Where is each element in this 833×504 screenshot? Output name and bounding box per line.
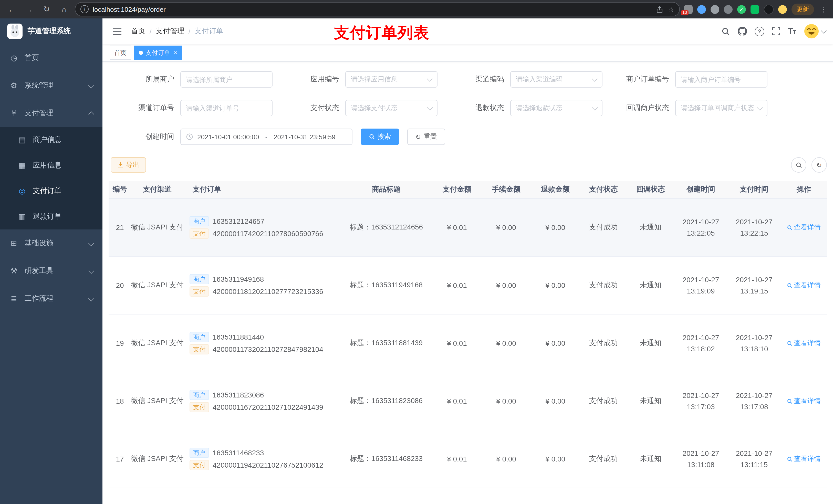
merchant-order-no-input[interactable]	[675, 71, 767, 88]
fee-amount	[481, 488, 531, 504]
extension-icon[interactable]	[778, 5, 787, 14]
extension-icon[interactable]	[711, 5, 719, 14]
pay-status: 支付成功	[580, 372, 627, 430]
goods-title: 标题：1635311468233	[340, 430, 432, 488]
refund-amount: ¥ 0.00	[531, 314, 580, 372]
pay-channel: 微信 JSAPI 支付	[131, 454, 184, 462]
pay-status-select[interactable]: 请选择支付状态	[345, 100, 437, 116]
extension-icon[interactable]	[724, 5, 733, 14]
pay-badge: 支付	[190, 286, 209, 296]
sidebar-item-system[interactable]: ⚙ 系统管理	[0, 72, 102, 99]
refund-status-select[interactable]: 请选择退款状态	[510, 100, 602, 116]
view-detail-link[interactable]: 查看详情	[787, 339, 821, 348]
sidebar-item-workflow[interactable]: ≣ 工作流程	[0, 285, 102, 312]
reset-button[interactable]: ↻ 重置	[407, 128, 445, 145]
create-time	[674, 488, 728, 504]
search-icon	[787, 224, 792, 230]
url-bar[interactable]: i localhost:1024/pay/order ☆	[75, 2, 680, 16]
search-icon	[787, 398, 792, 404]
back-icon[interactable]: ←	[5, 3, 19, 16]
sidebar-item-pay[interactable]: ￥ 支付管理	[0, 99, 102, 127]
sidebar-fold-icon[interactable]	[110, 27, 125, 35]
create-time-range-picker[interactable]: 2021-10-01 00:00:00 - 2021-10-31 23:59:5…	[180, 128, 353, 145]
merchant-select[interactable]	[180, 71, 272, 88]
col-id: 编号	[109, 181, 127, 198]
forward-icon[interactable]: →	[23, 3, 36, 16]
pay-amount: ¥ 0.01	[432, 430, 481, 488]
extension-icon[interactable]	[697, 5, 706, 14]
sidebar-item-dev-tools[interactable]: ⚒ 研发工具	[0, 257, 102, 285]
pay-amount: ¥ 0.01	[432, 314, 481, 372]
tab-pay-order[interactable]: 支付订单 ×	[134, 46, 182, 60]
callback-status-select[interactable]: 请选择订单回调商户状态	[675, 100, 767, 116]
merchant-order-no: 1635312124657	[213, 217, 264, 225]
extension-icon[interactable]	[751, 5, 759, 14]
chevron-down-icon	[821, 28, 827, 33]
chevron-down-icon	[427, 76, 433, 82]
notify-status: 未通知	[627, 372, 674, 430]
chevron-down-icon	[88, 240, 94, 246]
merchant-order-no: 1635311823086	[213, 391, 264, 399]
font-size-icon[interactable]: TT	[788, 27, 796, 35]
refresh-icon: ↻	[415, 133, 421, 141]
sidebar-item-home[interactable]: ◷ 首页	[0, 44, 102, 72]
orders-table: 编号 支付渠道 支付订单 商品标题 支付金额 手续金额 退款金额 支付状态 回调…	[109, 181, 827, 504]
pay-time: 2021-10-27 13:19:15	[728, 256, 781, 314]
browser-menu-icon[interactable]: ⋮	[819, 5, 828, 13]
pay-time: 2021-10-27 13:18:10	[728, 314, 781, 372]
pay-time: 2021-10-27 13:11:15	[728, 430, 781, 488]
sidebar-item-label: 基础设施	[25, 239, 53, 248]
notify-status: 未通知	[627, 314, 674, 372]
view-detail-link[interactable]: 查看详情	[787, 223, 821, 232]
document-icon: ▥	[18, 212, 27, 221]
reload-icon[interactable]: ↻	[40, 3, 53, 16]
share-icon[interactable]	[657, 6, 663, 13]
sidebar-item-app-info[interactable]: ▦ 应用信息	[0, 153, 102, 178]
notify-status	[627, 488, 674, 504]
site-info-icon[interactable]: i	[80, 5, 89, 13]
app-no-select[interactable]: 请选择应用信息	[345, 71, 437, 88]
sidebar-item-pay-order[interactable]: ◎ 支付订单	[0, 178, 102, 204]
channel-transaction-no: 4200001181202110277723215336	[213, 287, 323, 295]
logo-row: 芋道管理系统	[0, 19, 102, 44]
fee-amount: ¥ 0.00	[481, 256, 531, 314]
search-icon[interactable]	[721, 27, 730, 35]
pay-badge: 支付	[190, 229, 209, 239]
chevron-down-icon	[592, 104, 598, 111]
search-button[interactable]: 搜索	[361, 128, 399, 145]
active-dot	[139, 51, 143, 55]
toggle-search-button[interactable]	[791, 157, 806, 173]
sidebar-item-merchant-info[interactable]: ▤ 商户信息	[0, 127, 102, 153]
breadcrumb-home[interactable]: 首页	[131, 27, 145, 36]
channel-code-select[interactable]: 请输入渠道编码	[510, 71, 602, 88]
extension-icon[interactable]: ✓	[737, 5, 746, 14]
export-button[interactable]: 导出	[111, 157, 146, 173]
help-icon[interactable]: ?	[755, 26, 764, 36]
tab-home[interactable]: 首页	[110, 46, 131, 60]
refresh-table-button[interactable]: ↻	[811, 157, 827, 173]
merchant-badge: 商户	[190, 332, 209, 342]
bookmark-star-icon[interactable]: ☆	[668, 5, 674, 13]
fullscreen-icon[interactable]	[772, 27, 780, 35]
pay-order-cell: 商户 1635311468233 支付 42000011942021102767…	[188, 430, 340, 488]
channel-transaction-no: 4200001174202110278060590766	[213, 230, 323, 238]
home-icon[interactable]: ⌂	[57, 3, 71, 16]
refund-amount: ¥ 0.00	[531, 430, 580, 488]
breadcrumb-pay[interactable]: 支付管理	[156, 27, 185, 36]
browser-update-button[interactable]: 更新	[791, 3, 814, 15]
url-text[interactable]: localhost:1024/pay/order	[93, 5, 652, 13]
view-detail-link[interactable]: 查看详情	[787, 454, 821, 463]
extension-icon[interactable]: 10	[684, 5, 693, 14]
sidebar-item-infra[interactable]: ⊞ 基础设施	[0, 230, 102, 257]
filter-label-merchant: 所属商户	[117, 75, 180, 84]
user-menu[interactable]	[804, 24, 826, 39]
channel-order-no-input[interactable]	[180, 100, 272, 116]
view-detail-link[interactable]: 查看详情	[787, 397, 821, 406]
sidebar-item-refund-order[interactable]: ▥ 退款订单	[0, 204, 102, 230]
order-id: 20	[116, 281, 124, 289]
extensions-row: 10 ✓ 更新 ⋮	[684, 3, 828, 15]
close-icon[interactable]: ×	[174, 50, 177, 56]
extension-icon[interactable]	[764, 4, 774, 14]
github-icon[interactable]	[738, 27, 747, 36]
view-detail-link[interactable]: 查看详情	[787, 281, 821, 290]
